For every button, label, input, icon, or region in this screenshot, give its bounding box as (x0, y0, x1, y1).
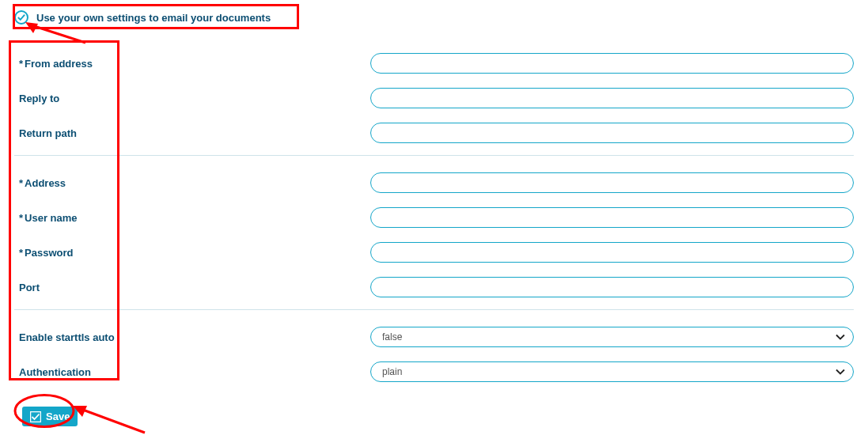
from-address-label: From address (14, 58, 370, 70)
user-name-label: User name (14, 212, 370, 224)
from-address-input[interactable] (370, 53, 854, 74)
port-input[interactable] (370, 277, 854, 297)
password-label: Password (14, 247, 370, 259)
enable-starttls-label: Enable starttls auto (14, 331, 370, 343)
address-label: Address (14, 177, 370, 189)
address-input[interactable] (370, 172, 854, 193)
reply-to-input[interactable] (370, 88, 854, 108)
use-own-settings-label: Use your own settings to email your docu… (36, 12, 271, 24)
port-label: Port (14, 282, 370, 293)
user-name-input[interactable] (370, 207, 854, 228)
divider (14, 155, 854, 156)
use-own-settings-checkbox[interactable] (14, 10, 28, 25)
svg-rect-0 (31, 411, 41, 422)
password-input[interactable] (370, 242, 854, 263)
return-path-input[interactable] (370, 123, 854, 143)
enable-starttls-select[interactable]: false (370, 327, 854, 347)
check-icon (30, 411, 41, 422)
save-button[interactable]: Save (22, 407, 78, 426)
check-icon (17, 13, 25, 21)
authentication-select[interactable]: plain (370, 361, 854, 382)
svg-line-4 (81, 409, 145, 433)
annotation-arrow (70, 401, 149, 434)
return-path-label: Return path (14, 127, 370, 139)
divider (14, 309, 854, 310)
authentication-label: Authentication (14, 366, 370, 378)
reply-to-label: Reply to (14, 93, 370, 104)
svg-line-1 (32, 25, 85, 43)
save-button-label: Save (46, 411, 70, 422)
